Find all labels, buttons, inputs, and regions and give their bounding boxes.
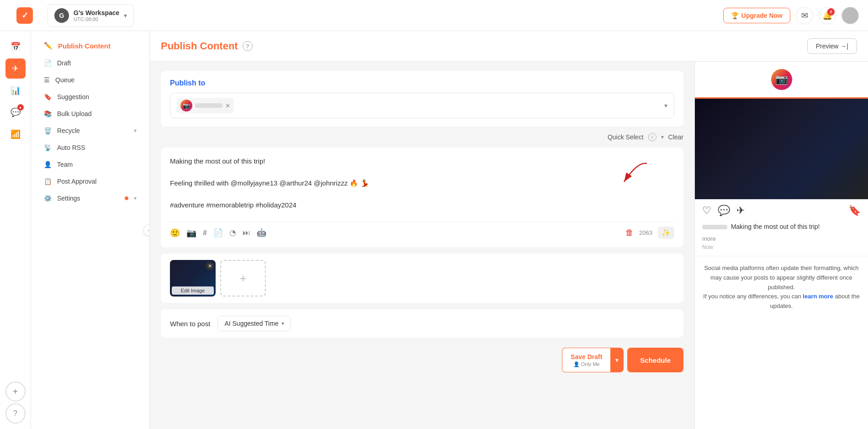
learn-more-link[interactable]: learn more — [803, 293, 833, 300]
post-approval-icon: 📋 — [44, 178, 52, 185]
team-icon: 👤 — [44, 161, 52, 168]
preview-ig-header: 📷 — [695, 62, 868, 99]
bulk-upload-icon: 📚 — [44, 110, 52, 117]
icon-bar-bottom: + ? — [5, 381, 26, 424]
user-avatar[interactable] — [842, 7, 859, 24]
image-icon[interactable]: 📷 — [186, 228, 196, 238]
publish-content-icon: ✏️ — [44, 42, 53, 50]
preview-panel: 📷 ♡ 💬 ✈ 🔖 Making the most out of — [694, 62, 868, 429]
toolbar-right: 🗑 2063 ✨ — [625, 227, 674, 239]
auto-rss-icon: 📡 — [44, 144, 52, 151]
editor-toolbar: 🙂 📷 # 📄 ◔ ⏭ 🤖 🗑 2063 ✨ — [170, 222, 674, 239]
media-item-close-button[interactable]: ✕ — [206, 262, 214, 270]
sidebar-item-draft[interactable]: 📄 Draft — [35, 55, 146, 71]
icon-bar-item-add[interactable]: + — [5, 381, 26, 402]
top-bar: ✓ G G's Workspace UTC-08:00 ▾ 🏆 Upgrade … — [0, 0, 868, 31]
upgrade-now-button[interactable]: 🏆 Upgrade Now — [723, 8, 790, 23]
media-grid: Edit Image ✕ + — [170, 260, 674, 297]
page-title: Publish Content — [161, 40, 238, 52]
quick-select-chevron-icon: ▾ — [661, 134, 664, 140]
workspace-selector[interactable]: G G's Workspace UTC-08:00 ▾ — [48, 4, 134, 27]
bot-icon[interactable]: 🤖 — [257, 228, 266, 238]
icon-bar-item-waveform[interactable]: 📶 — [5, 124, 26, 144]
emoji-icon[interactable]: 🙂 — [170, 228, 180, 238]
sidebar-item-auto-rss[interactable]: 📡 Auto RSS — [35, 139, 146, 156]
workspace-chevron-icon: ▾ — [124, 12, 127, 19]
sidebar-collapse-button[interactable]: ← — [143, 224, 150, 236]
account-chip-close-icon[interactable]: ✕ — [225, 102, 230, 109]
publish-to-section: Publish to 📷 ✕ ▾ — [161, 71, 683, 127]
pie-chart-icon[interactable]: ◔ — [229, 228, 236, 238]
icon-bar-item-analytics[interactable]: 📊 — [5, 80, 26, 101]
icon-bar-item-help[interactable]: ? — [5, 403, 26, 424]
ai-enhance-icon[interactable]: ✨ — [658, 227, 674, 239]
app-logo: ✓ — [9, 7, 40, 24]
sidebar-item-settings[interactable]: ⚙️ Settings ▾ — [35, 190, 146, 207]
arrow-right-icon[interactable]: ⏭ — [243, 228, 250, 238]
workspace-name: G's Workspace — [74, 9, 119, 16]
sidebar-item-post-approval[interactable]: 📋 Post Approval — [35, 173, 146, 190]
quick-select-label: Quick Select — [608, 133, 644, 141]
content-text-input[interactable]: Making the most out of this trip! Feelin… — [170, 156, 674, 215]
bookmark-icon[interactable]: 🔖 — [848, 205, 861, 217]
when-to-post-section: When to post AI Suggested Time ▾ — [161, 309, 683, 338]
comment-icon[interactable]: 💬 — [718, 205, 730, 217]
edit-image-label[interactable]: Edit Image — [172, 286, 214, 295]
save-draft-dropdown-button[interactable]: ▾ — [610, 348, 624, 372]
bottom-actions: Save Draft 👤 Only Me ▾ Schedule — [161, 344, 683, 376]
preview-notice: Social media platforms often update thei… — [695, 256, 868, 318]
ai-time-chevron-icon: ▾ — [281, 320, 284, 327]
icon-bar-item-calendar[interactable]: 📅 — [5, 37, 26, 57]
save-draft-button[interactable]: Save Draft 👤 Only Me — [562, 348, 610, 372]
publish-to-label: Publish to — [170, 79, 674, 87]
sidebar-item-team[interactable]: 👤 Team — [35, 156, 146, 173]
account-selector-chevron-icon: ▾ — [664, 102, 667, 109]
schedule-button[interactable]: Schedule — [627, 348, 683, 372]
sidebar-item-recycle[interactable]: 🗑️ Recycle ▾ — [35, 122, 146, 139]
account-chip: 📷 ✕ — [177, 98, 234, 113]
content-editor: Making the most out of this trip! Feelin… — [161, 148, 683, 247]
delete-icon[interactable]: 🗑 — [625, 228, 634, 238]
sidebar-item-queue[interactable]: ☰ Queue — [35, 72, 146, 88]
instagram-platform-icon[interactable]: 📷 — [771, 69, 792, 90]
preview-more[interactable]: more — [695, 235, 868, 244]
quick-select-info-icon[interactable]: i — [648, 133, 656, 141]
settings-icon: ⚙️ — [44, 195, 52, 202]
media-item: Edit Image ✕ — [170, 260, 216, 297]
icon-bar: 📅 ✈ 📊 💬 ● 📶 + ? — [0, 31, 31, 429]
media-section: Edit Image ✕ + — [161, 254, 683, 303]
account-ig-avatar: 📷 — [180, 100, 192, 111]
suggestion-icon: 🔖 — [44, 93, 52, 101]
settings-dot — [125, 196, 128, 200]
sidebar-item-suggestion[interactable]: 🔖 Suggestion — [35, 89, 146, 105]
notifications-button[interactable]: 🔔 8 — [819, 7, 836, 24]
recycle-chevron-icon: ▾ — [134, 127, 137, 134]
when-to-post-label: When to post — [170, 320, 210, 328]
draft-icon: 📄 — [44, 59, 52, 67]
messages-button[interactable]: ✉ — [796, 7, 813, 24]
icon-bar-item-messages[interactable]: 💬 ● — [5, 102, 26, 122]
workspace-avatar: G — [54, 8, 69, 23]
share-icon[interactable]: ✈ — [736, 205, 745, 217]
settings-chevron-icon: ▾ — [134, 195, 137, 201]
quick-select-row: Quick Select i ▾ Clear — [161, 133, 683, 141]
preview-actions-bar: ♡ 💬 ✈ 🔖 — [695, 199, 868, 222]
sidebar-item-bulk-upload[interactable]: 📚 Bulk Upload — [35, 106, 146, 122]
heart-icon[interactable]: ♡ — [702, 205, 711, 217]
save-draft-sub: 👤 Only Me — [573, 361, 600, 367]
file-icon[interactable]: 📄 — [213, 228, 223, 238]
clear-button[interactable]: Clear — [668, 133, 683, 141]
add-media-button[interactable]: + — [220, 260, 266, 297]
icon-bar-item-publish[interactable]: ✈ — [5, 58, 26, 79]
notification-badge: 8 — [827, 8, 835, 16]
char-count: 2063 — [639, 229, 652, 236]
preview-caption: Making the most out of this trip! — [695, 222, 868, 235]
preview-button[interactable]: Preview →| — [807, 38, 857, 54]
top-bar-right: 🏆 Upgrade Now ✉ 🔔 8 — [723, 7, 859, 24]
sidebar-item-publish-content[interactable]: ✏️ Publish Content — [35, 37, 146, 54]
account-selector[interactable]: 📷 ✕ ▾ — [170, 93, 674, 118]
help-icon[interactable]: ? — [243, 41, 253, 51]
ai-time-selector[interactable]: AI Suggested Time ▾ — [217, 316, 291, 331]
hashtag-icon[interactable]: # — [203, 229, 207, 237]
preview-image — [695, 99, 868, 199]
